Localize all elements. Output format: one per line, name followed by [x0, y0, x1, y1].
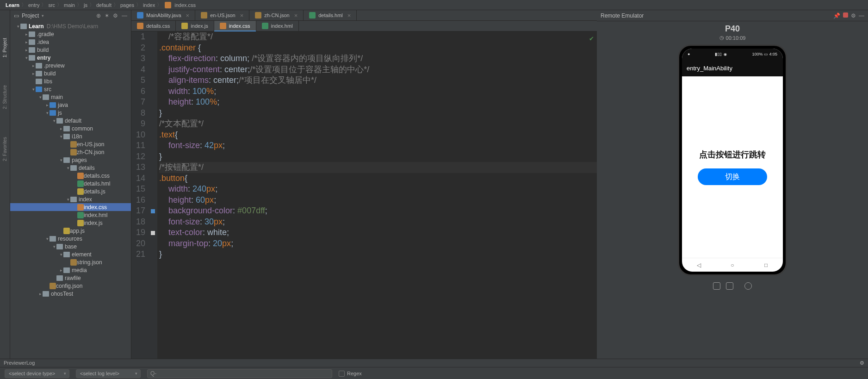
project-dropdown-icon[interactable]: ▭ — [14, 12, 19, 19]
tree-row[interactable]: details.js — [10, 187, 131, 195]
locate-icon[interactable]: ⊕ — [96, 12, 101, 19]
tree-row[interactable]: ▾js — [10, 109, 131, 117]
tree-row[interactable]: ▾details — [10, 164, 131, 172]
editor-tab[interactable]: en-US.json× — [195, 10, 249, 20]
tree-row[interactable]: ▸build — [10, 69, 131, 77]
tree-row[interactable]: libs — [10, 77, 131, 85]
tree-row[interactable]: config.json — [10, 282, 131, 290]
close-icon[interactable]: × — [240, 12, 244, 19]
tree-row[interactable]: index.hml — [10, 211, 131, 219]
left-rail: 1: Project 2: Structure 2: Favorites — [0, 10, 10, 369]
tree-row[interactable]: ▾src — [10, 85, 131, 93]
tree-row[interactable]: ▸common — [10, 124, 131, 132]
editor-tab[interactable]: details.hml× — [304, 10, 357, 20]
editor-tab[interactable]: details.css — [131, 21, 176, 31]
tree-row[interactable]: zh-CN.json — [10, 148, 131, 156]
line-gutter: 123456789101112131415161718192021 — [131, 31, 149, 369]
editor-tab[interactable]: zh-CN.json× — [249, 10, 304, 20]
breadcrumb: Learn〉 entry〉 src〉 main〉 js〉 default〉 pa… — [0, 0, 868, 10]
phone-switch-button[interactable]: 切换 — [698, 168, 767, 185]
tree-row[interactable]: ▸ohosTest — [10, 290, 131, 298]
nav-back-icon[interactable]: ◁ — [695, 261, 702, 269]
tree-row[interactable]: index.css — [10, 203, 131, 211]
gutter-marks — [149, 31, 157, 369]
previewer-log-tab[interactable]: PreviewerLog — [4, 360, 35, 366]
editor-tabs-row1: MainAbility.java×en-US.json×zh-CN.json×d… — [131, 10, 597, 21]
rail-structure[interactable]: 2: Structure — [2, 85, 7, 109]
tree-row[interactable]: ▾base — [10, 242, 131, 250]
tree-row[interactable]: app.js — [10, 227, 131, 235]
emulator-gear-icon[interactable]: ⚙ — [851, 12, 856, 19]
device-type-combo[interactable]: <select device type> — [5, 369, 69, 378]
nav-home-icon[interactable]: ○ — [729, 261, 736, 269]
tree-row[interactable]: string.json — [10, 258, 131, 266]
emulator-title: Remote Emulator — [601, 12, 644, 19]
tree-row[interactable]: ▾i18n — [10, 132, 131, 140]
phone-appbar: entry_MainAbility — [682, 60, 783, 76]
tree-row[interactable]: ▾main — [10, 93, 131, 101]
emulator-hide-icon[interactable]: — — [859, 12, 864, 19]
phone-text: 点击按钮进行跳转 — [699, 149, 766, 160]
regex-checkbox[interactable]: Regex — [339, 371, 362, 377]
rail-favorites[interactable]: 2: Favorites — [2, 137, 7, 161]
project-title[interactable]: Project — [22, 12, 39, 19]
tree-row[interactable]: ▾resources — [10, 235, 131, 242]
tree-row[interactable]: rawfile — [10, 274, 131, 282]
bottom-gear-icon[interactable]: ⚙ — [860, 360, 864, 366]
tree-row[interactable]: ▾entry — [10, 54, 131, 62]
editor-area: MainAbility.java×en-US.json×zh-CN.json×d… — [131, 10, 597, 369]
nav-recent-icon[interactable]: □ — [763, 261, 770, 269]
editor-tab[interactable]: index.hml — [256, 21, 299, 31]
log-level-combo[interactable]: <select log level> — [76, 369, 141, 378]
stop-button[interactable] — [843, 12, 848, 18]
clock-icon: ◷ — [719, 35, 724, 41]
log-search-input[interactable]: Q- — [147, 369, 332, 378]
tree-row[interactable]: ▾pages — [10, 156, 131, 164]
pin-icon[interactable]: 📌 — [833, 12, 840, 19]
rail-project[interactable]: 1: Project — [2, 38, 7, 57]
tree-row[interactable]: details.css — [10, 172, 131, 180]
tree-row[interactable]: ▸build — [10, 46, 131, 54]
tree-row[interactable]: ▸.idea — [10, 38, 131, 46]
tree-row[interactable]: details.hml — [10, 180, 131, 187]
project-panel: ▭ Project ▾ ⊕ ✶ ⚙ — ▾ Learn D:\HMS Demo\… — [10, 10, 131, 369]
editor-tab[interactable]: MainAbility.java× — [131, 10, 195, 20]
close-icon[interactable]: × — [294, 12, 298, 19]
editor-tabs-row2: details.cssindex.jsindex.cssindex.hml — [131, 21, 597, 31]
device-elapsed: ◷00:10:09 — [719, 35, 746, 41]
bottom-bar: PreviewerLog ⚙ <select device type> <sel… — [0, 359, 868, 379]
emu-rotate-icon[interactable] — [726, 282, 733, 290]
tree-row[interactable]: en-US.json — [10, 140, 131, 148]
close-icon[interactable]: × — [186, 12, 190, 19]
check-icon: ✔ — [589, 33, 594, 44]
phone-statusbar: ● ▮▯▯◉ 100% ▭ 4:05 — [682, 49, 783, 60]
emu-fold-icon[interactable] — [713, 282, 720, 290]
tree-row[interactable]: ▾index — [10, 195, 131, 203]
project-tree[interactable]: ▾ Learn D:\HMS Demo\Learn ▸.gradle▸.idea… — [10, 21, 131, 369]
expand-icon[interactable]: ✶ — [105, 12, 109, 19]
hide-icon[interactable]: — — [122, 12, 127, 19]
phone-navbar: ◁ ○ □ — [682, 258, 783, 272]
tree-row[interactable]: ▸.gradle — [10, 30, 131, 38]
tree-row[interactable]: index.js — [10, 219, 131, 227]
tree-row[interactable]: ▾default — [10, 117, 131, 124]
tree-row[interactable]: ▾element — [10, 250, 131, 258]
editor-tab[interactable]: index.css — [214, 21, 256, 31]
emu-home-icon[interactable] — [744, 282, 752, 290]
close-icon[interactable]: × — [347, 12, 351, 19]
tree-row[interactable]: ▸media — [10, 266, 131, 274]
phone-frame: ● ▮▯▯◉ 100% ▭ 4:05 entry_MainAbility 点击按… — [678, 44, 787, 276]
gear-icon[interactable]: ⚙ — [113, 12, 118, 19]
tree-row[interactable]: ▸.preview — [10, 62, 131, 69]
tree-row[interactable]: ▸java — [10, 101, 131, 109]
editor-tab[interactable]: index.js — [176, 21, 214, 31]
emulator-panel: Remote Emulator 📌 ⚙ — P40 ◷00:10:09 ● ▮▯… — [597, 10, 868, 369]
device-name: P40 — [725, 24, 740, 34]
code-editor[interactable]: 123456789101112131415161718192021 /*容器配置… — [131, 31, 597, 369]
css-icon — [165, 2, 171, 8]
tree-root[interactable]: ▾ Learn D:\HMS Demo\Learn — [10, 22, 131, 30]
emulator-toolbar — [713, 282, 752, 290]
